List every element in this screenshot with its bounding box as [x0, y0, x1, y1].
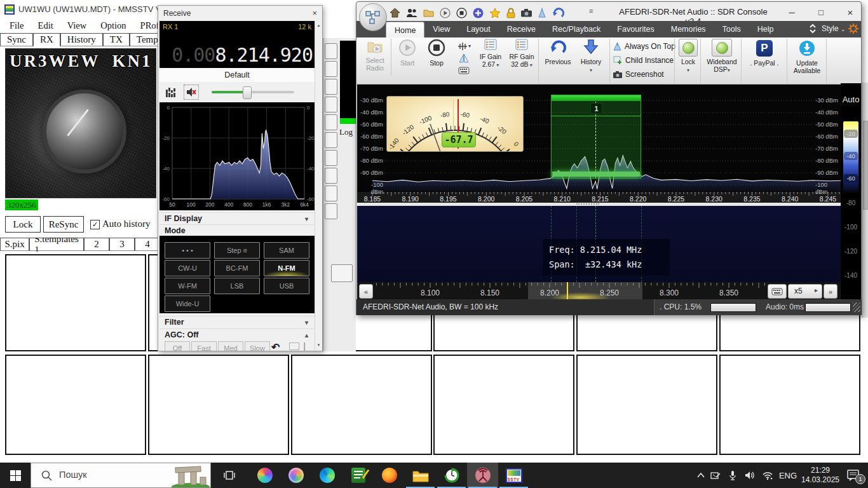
minimize-button[interactable]: ─ [783, 6, 800, 18]
equalizer-icon[interactable] [166, 87, 177, 100]
firefox-taskbar-button[interactable] [374, 463, 405, 488]
resize-grip[interactable] [853, 302, 860, 312]
start-button[interactable]: Start [393, 39, 421, 76]
stop-icon[interactable] [456, 8, 467, 18]
camera-icon[interactable] [521, 9, 532, 17]
copilot-taskbar-button[interactable] [249, 463, 280, 488]
paypal-button[interactable]: P . PayPal . [743, 40, 785, 76]
toolbar-overflow-icon[interactable]: ≡ [589, 7, 593, 15]
home-icon[interactable] [390, 8, 400, 18]
profile-selector[interactable]: Default [159, 68, 315, 83]
mode-button-wideu[interactable]: Wide-U [165, 295, 210, 312]
ribbon-tab-favourites[interactable]: Favourites [609, 22, 662, 37]
rf-gain-button[interactable]: RF Gain 32 dB ▾ [506, 39, 537, 76]
mmsstv-tab-tx[interactable]: TX [103, 33, 130, 46]
previous-button[interactable]: Previous [542, 39, 574, 76]
frequency-ruler[interactable]: 8.1858.1908.1958.2008.2058.2108.2158.220… [358, 191, 841, 203]
app-menu-button[interactable] [359, 3, 387, 31]
ribbon-tab-memories[interactable]: Memories [663, 22, 714, 37]
mute-icon[interactable] [184, 85, 199, 100]
menu-item-option[interactable]: Option [93, 19, 133, 33]
mmsstv-scrollbar[interactable] [862, 83, 868, 318]
undo-icon[interactable] [552, 8, 564, 18]
edge-taskbar-button[interactable] [311, 463, 342, 488]
beacon-icon[interactable] [538, 8, 546, 18]
section-if-display[interactable]: IF Display▾ [159, 212, 315, 224]
volume-slider-handle[interactable] [243, 86, 252, 99]
speaker-icon[interactable] [741, 463, 759, 488]
scroll-up-icon[interactable]: ▲ [315, 21, 322, 30]
waterfall-display[interactable]: Freq: 8.215.04 MHz Span: ±32.434 kHz [357, 206, 841, 282]
start-button[interactable] [0, 463, 31, 488]
mode-button-wfm[interactable]: W-FM [165, 278, 210, 294]
history-button[interactable]: History▾ [575, 39, 607, 76]
mode-button-cwu[interactable]: CW-U [165, 260, 210, 276]
menu-item-view[interactable]: View [60, 19, 94, 33]
panel-button[interactable] [325, 43, 337, 59]
balance-icon[interactable] [453, 52, 475, 64]
mode-button-sam[interactable]: SAM [264, 242, 309, 259]
band-scroll-right-button[interactable]: » [824, 284, 837, 299]
panel-button[interactable] [325, 97, 337, 112]
lock-icon[interactable] [506, 8, 515, 18]
if-gain-button[interactable]: IF Gain 2.67 ▾ [476, 39, 505, 76]
mode-button-usb[interactable]: USB [264, 278, 309, 294]
play-icon[interactable] [440, 8, 451, 18]
file-explorer-taskbar-button[interactable] [405, 463, 436, 488]
tablet-input-icon[interactable] [708, 463, 723, 488]
agc-button-fast[interactable]: Fast [191, 341, 217, 351]
notch-icon[interactable] [289, 342, 299, 350]
volume-slider[interactable] [212, 91, 294, 93]
agc-button-slow[interactable]: Slow [245, 341, 270, 351]
palette-auto-button[interactable]: Auto [841, 95, 861, 104]
ribbon-tab-help[interactable]: Help [749, 22, 782, 37]
tray-expand-icon[interactable] [694, 463, 708, 488]
mmsstv-tab-sync[interactable]: Sync [0, 33, 33, 46]
close-button[interactable]: × [842, 6, 858, 18]
ribbon-tab-layout[interactable]: Layout [458, 22, 499, 37]
maximize-button[interactable]: □ [813, 6, 829, 18]
zoom-control[interactable]: x5 ▸ [788, 284, 822, 299]
notification-center-icon[interactable]: 1 [843, 463, 865, 488]
folder-icon[interactable] [423, 8, 434, 17]
mode-button-[interactable]: • • • [165, 242, 210, 259]
screenshot-button[interactable]: Screenshot [613, 69, 664, 79]
resync-button[interactable]: ReSync [43, 216, 84, 233]
paint-taskbar-button[interactable] [280, 463, 311, 488]
update-available-button[interactable]: UpdateAvailable [789, 40, 825, 76]
zoom-in-icon[interactable]: ▸ [815, 287, 818, 294]
ribbon-collapse-icon[interactable] [809, 23, 817, 37]
undo-icon[interactable]: ↶ [271, 341, 280, 351]
section-mode[interactable]: Mode [159, 224, 315, 236]
task-view-button[interactable] [215, 463, 244, 488]
lock-dsp-button[interactable]: Lock▾ [677, 39, 700, 76]
search-highlight-image[interactable] [170, 463, 211, 488]
receive-panel-scrollbar[interactable]: ▲ ▼ [315, 21, 322, 351]
panel-button[interactable] [325, 203, 337, 219]
mode-button-step[interactable]: Step ≡ [214, 242, 260, 259]
mmsstv-tab-templates[interactable]: Templates [130, 33, 160, 46]
backup-clock-taskbar-button[interactable] [436, 463, 467, 488]
microphone-icon[interactable] [724, 463, 741, 488]
select-radio-button[interactable]: Select Radio [360, 39, 390, 76]
span-icon[interactable]: ▾ [453, 40, 475, 52]
auto-history-checkbox[interactable]: ✓ [90, 220, 100, 229]
panel-button[interactable] [325, 186, 337, 201]
child-instance-button[interactable]: Child Instance [613, 55, 674, 65]
mode-button-bcfm[interactable]: BC-FM [214, 260, 260, 276]
template-tab-5[interactable]: 4 [135, 238, 160, 251]
sdr-console-taskbar-button[interactable] [467, 463, 498, 488]
ribbon-tab-home[interactable]: Home [386, 22, 424, 38]
mmsstv-tab-history[interactable]: History [60, 33, 103, 46]
panel-button[interactable] [325, 168, 337, 184]
template-tab-4[interactable]: 3 [109, 238, 135, 251]
small-button[interactable] [331, 264, 353, 282]
mmsstv-tab-rx[interactable]: RX [33, 33, 60, 46]
add-icon[interactable] [473, 8, 484, 18]
rx-filter-box[interactable]: 1 [551, 95, 641, 179]
notepad-taskbar-button[interactable] [342, 463, 374, 488]
panel-button[interactable] [325, 150, 337, 166]
agc-button-med[interactable]: Med [218, 341, 243, 351]
section-filter[interactable]: Filter▾ [159, 316, 315, 328]
template-tab-2[interactable]: S.templates 1 [29, 238, 84, 251]
